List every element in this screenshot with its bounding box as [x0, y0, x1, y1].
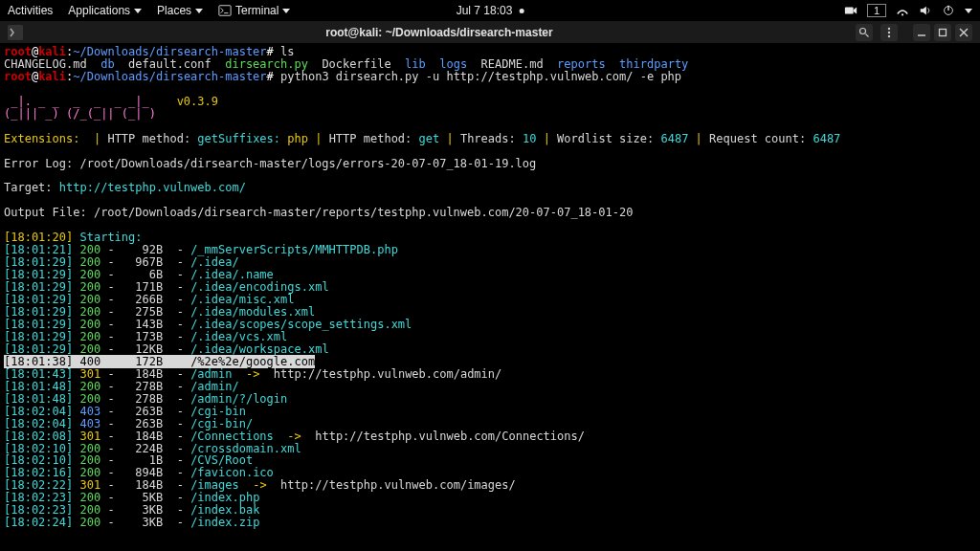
places-label: Places	[157, 4, 191, 17]
terminal-line: Target: http://testphp.vulnweb.com/	[4, 182, 976, 194]
result-path: /.idea/.name	[190, 268, 274, 281]
command-text: python3 dirsearch.py -u http://testphp.v…	[280, 70, 681, 83]
clock[interactable]: Jul 7 18:03	[457, 4, 524, 17]
window-title: root@kali: ~/Downloads/dirsearch-master	[23, 26, 856, 39]
result-path: /%2e%2e/google.com	[190, 355, 315, 368]
close-button[interactable]	[955, 24, 972, 41]
dash: -	[163, 466, 190, 479]
sp	[274, 478, 280, 492]
redirect-url: http://testphp.vulnweb.com/images/	[280, 478, 516, 492]
result-size: 275B	[122, 305, 163, 319]
volume-icon[interactable]	[919, 4, 932, 17]
result-status: 200	[79, 503, 100, 517]
dash: -	[163, 417, 190, 430]
result-timestamp: [18:01:48]	[4, 380, 79, 393]
result-status: 200	[79, 268, 100, 281]
dash: -	[100, 342, 122, 356]
result-timestamp: [18:01:29]	[4, 305, 79, 319]
result-status: 301	[79, 367, 100, 381]
banner-version: v0.3.9	[177, 95, 218, 108]
scan-config-line: Extensions: | HTTP method: getSuffixes: …	[4, 133, 976, 145]
result-status: 200	[79, 442, 100, 455]
dash: -	[100, 380, 122, 393]
applications-menu[interactable]: Applications	[68, 4, 142, 17]
gnome-topbar: Activities Applications Places Terminal …	[0, 0, 980, 21]
result-status: 200	[79, 516, 100, 529]
result-timestamp: [18:02:10]	[4, 442, 79, 455]
dash: -	[163, 355, 190, 368]
result-path: /cgi-bin/	[190, 417, 253, 430]
camera-icon[interactable]	[844, 4, 858, 17]
system-tray: 1	[844, 4, 972, 17]
result-size: 12KB	[122, 342, 163, 356]
terminal-app-menu[interactable]: Terminal	[218, 4, 290, 17]
prompt-host: kali	[38, 70, 66, 83]
dash: -	[163, 380, 190, 393]
ls-entry: default.conf	[128, 57, 212, 71]
result-row: [18:02:24] 200 - 3KB - /index.zip	[4, 517, 976, 529]
result-path: /cgi-bin	[190, 405, 246, 418]
prompt-symbol: #	[267, 45, 280, 58]
result-timestamp: [18:02:24]	[4, 516, 79, 529]
chevron-down-icon	[282, 9, 290, 13]
dash: -	[163, 405, 190, 418]
dash: -	[163, 318, 190, 331]
result-status: 200	[79, 305, 100, 319]
dash: -	[100, 318, 122, 331]
dash: -	[100, 355, 122, 368]
network-icon[interactable]	[896, 4, 909, 17]
result-size: 184B	[122, 430, 163, 443]
result-path: /.idea/encodings.xml	[190, 280, 329, 294]
result-size: 184B	[122, 478, 163, 492]
result-status: 301	[79, 478, 100, 492]
dash: -	[100, 453, 122, 467]
result-path: /.idea/	[190, 255, 239, 269]
result-path: /Connections	[190, 430, 274, 443]
shell-prompt: root@kali:~/Downloads/dirsearch-master#	[4, 45, 280, 58]
target-url: http://testphp.vulnweb.com/	[59, 181, 246, 194]
sp	[267, 367, 274, 381]
menu-button[interactable]	[880, 24, 898, 41]
dash: -	[100, 491, 122, 504]
places-menu[interactable]: Places	[157, 4, 203, 17]
svg-rect-6	[8, 25, 23, 40]
start-timestamp: [18:01:20]	[4, 231, 79, 244]
target-label: Target:	[4, 181, 59, 194]
dash: -	[100, 268, 122, 281]
minimize-button[interactable]	[913, 24, 930, 41]
clock-label: Jul 7 18:03	[457, 4, 513, 17]
dash: -	[163, 255, 190, 269]
result-path: /.idea/modules.xml	[190, 305, 315, 319]
search-button[interactable]	[856, 24, 873, 41]
terminal-app-icon	[8, 25, 23, 40]
applications-label: Applications	[68, 4, 130, 17]
activities-menu[interactable]: Activities	[8, 4, 53, 17]
result-size: 278B	[122, 380, 163, 393]
result-size: 172B	[122, 355, 163, 368]
result-timestamp: [18:01:29]	[4, 255, 79, 269]
terminal-icon	[218, 4, 232, 17]
dash: -	[163, 392, 190, 406]
workspace-indicator[interactable]: 1	[867, 4, 886, 17]
result-size: 6B	[122, 268, 163, 281]
result-size: 5KB	[122, 491, 163, 504]
dash: -	[163, 305, 190, 319]
ls-entry: dirsearch.py	[225, 57, 308, 71]
result-path: /admin/?/login	[190, 392, 287, 406]
svg-rect-0	[219, 6, 231, 16]
ls-entry: Dockerfile	[322, 57, 390, 71]
result-timestamp: [18:01:29]	[4, 330, 79, 343]
window-titlebar: root@kali: ~/Downloads/dirsearch-master	[0, 21, 980, 44]
terminal-viewport[interactable]: root@kali:~/Downloads/dirsearch-master# …	[0, 44, 980, 531]
result-size: 224B	[122, 442, 163, 455]
error-log-line: Error Log: /root/Downloads/dirsearch-mas…	[4, 157, 536, 170]
app-icon[interactable]	[8, 25, 23, 40]
shell-prompt: root@kali:~/Downloads/dirsearch-master#	[4, 70, 280, 83]
result-timestamp: [18:01:21]	[4, 243, 79, 256]
power-icon[interactable]	[942, 4, 955, 17]
prompt-host: kali	[38, 45, 66, 58]
svg-point-10	[888, 31, 890, 33]
dash: -	[100, 255, 122, 269]
maximize-button[interactable]	[934, 24, 951, 41]
dash: -	[163, 268, 190, 281]
